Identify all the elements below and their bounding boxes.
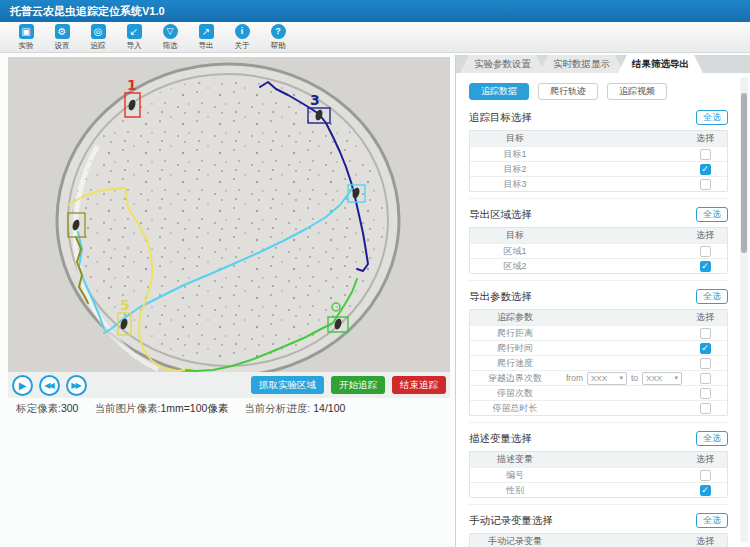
select-column-header: 选择 bbox=[683, 311, 727, 324]
boundary-range-controls: fromXXX▾toXXX▾ bbox=[562, 372, 682, 385]
fast-forward-icon: ▶▶ bbox=[71, 381, 79, 390]
export-sections: 追踪目标选择全选目标选择目标1目标2✓目标3导出区域选择全选目标选择区域1区域2… bbox=[469, 110, 728, 547]
tab-realtime-data[interactable]: 实时数据显示 bbox=[539, 55, 624, 73]
select-column-header: 选择 bbox=[683, 535, 727, 547]
target-number-label: 5 bbox=[120, 297, 130, 313]
row-checkbox[interactable] bbox=[700, 373, 711, 384]
to-label: to bbox=[631, 373, 638, 383]
playback-controls-bar: ▶◀◀▶▶ 抓取实验区域开始追踪结束追踪 bbox=[8, 372, 450, 398]
selection-table: 目标选择目标1目标2✓目标3 bbox=[469, 130, 728, 192]
selection-table: 描述变量选择编号性别✓ bbox=[469, 451, 728, 498]
section-title: 导出区域选择 bbox=[469, 208, 532, 222]
select-all-button[interactable]: 全选 bbox=[696, 431, 728, 446]
panel-scrollbar[interactable] bbox=[740, 77, 748, 543]
row-label: 目标3 bbox=[470, 178, 560, 191]
select-all-button[interactable]: 全选 bbox=[696, 207, 728, 222]
section-area-select: 导出区域选择全选目标选择区域1区域2✓ bbox=[469, 198, 728, 274]
chevron-down-icon: ▾ bbox=[619, 374, 623, 382]
filter-icon: ▽ bbox=[163, 24, 178, 39]
from-select[interactable]: XXX▾ bbox=[587, 372, 627, 385]
row-label: 目标2 bbox=[470, 163, 560, 176]
row-checkbox[interactable]: ✓ bbox=[700, 343, 711, 354]
panel-tab-bar: 实验参数设置实时数据显示结果筛选导出 bbox=[456, 55, 750, 73]
table-row: 爬行速度 bbox=[470, 355, 727, 370]
petri-dish-view: 135 bbox=[8, 57, 450, 372]
row-checkbox[interactable] bbox=[700, 358, 711, 369]
select-all-button[interactable]: 全选 bbox=[696, 110, 728, 125]
from-select-value: XXX bbox=[591, 374, 607, 383]
status-bar: 标定像素:300当前图片像素:1mm=100像素当前分析进度: 14/100 bbox=[8, 399, 450, 419]
target-number-label: 1 bbox=[127, 77, 137, 93]
table-row: 目标1 bbox=[470, 146, 727, 161]
scrollbar-thumb[interactable] bbox=[741, 93, 747, 253]
section-param-select: 导出参数选择全选追踪参数选择爬行距离爬行时间✓爬行速度穿越边界次数fromXXX… bbox=[469, 280, 728, 416]
tab-experiment-params[interactable]: 实验参数设置 bbox=[460, 55, 545, 73]
column-header: 目标 bbox=[470, 229, 560, 242]
select-all-button[interactable]: 全选 bbox=[696, 289, 728, 304]
from-label: from bbox=[566, 373, 583, 383]
toolbar-item-label: 筛选 bbox=[162, 40, 177, 50]
row-checkbox[interactable] bbox=[700, 246, 711, 257]
rewind-button[interactable]: ◀◀ bbox=[39, 375, 60, 396]
toolbar-item-about[interactable]: i关于 bbox=[224, 24, 260, 51]
camera-icon: ◎ bbox=[91, 24, 106, 39]
table-row: 编号 bbox=[470, 467, 727, 482]
view-button-tracking-video[interactable]: 追踪视频 bbox=[607, 83, 667, 100]
status-label: 标定像素: bbox=[16, 402, 61, 414]
toolbar-item-settings[interactable]: ⚙设置 bbox=[44, 24, 80, 51]
selection-table: 追踪参数选择爬行距离爬行时间✓爬行速度穿越边界次数fromXXX▾toXXX▾停… bbox=[469, 309, 728, 416]
table-row: 穿越边界次数fromXXX▾toXXX▾ bbox=[470, 370, 727, 385]
section-title: 描述变量选择 bbox=[469, 432, 532, 446]
import-icon: ↙ bbox=[127, 24, 142, 39]
row-checkbox[interactable] bbox=[700, 149, 711, 160]
view-button-crawl-track[interactable]: 爬行轨迹 bbox=[538, 83, 598, 100]
table-row: 区域1 bbox=[470, 243, 727, 258]
help-icon: ? bbox=[271, 24, 286, 39]
row-label: 区域2 bbox=[470, 260, 560, 273]
row-checkbox[interactable]: ✓ bbox=[700, 261, 711, 272]
table-row: 目标3 bbox=[470, 176, 727, 191]
row-checkbox[interactable] bbox=[700, 470, 711, 481]
table-header-row: 手动记录变量选择 bbox=[470, 534, 727, 547]
status-value: 300 bbox=[61, 402, 79, 414]
target-number-label: 3 bbox=[310, 92, 320, 108]
tab-result-export[interactable]: 结果筛选导出 bbox=[618, 55, 703, 73]
toolbar-item-tracking[interactable]: ◎追踪 bbox=[80, 24, 116, 51]
section-manual-select: 手动记录变量选择全选手动记录变量选择蚂蚁产卵XXX✓ bbox=[469, 504, 728, 547]
grab-area-button[interactable]: 抓取实验区域 bbox=[251, 376, 324, 394]
toolbar-item-import[interactable]: ↙导入 bbox=[116, 24, 152, 51]
toolbar-item-help[interactable]: ?帮助 bbox=[260, 24, 296, 51]
row-checkbox[interactable]: ✓ bbox=[700, 164, 711, 175]
table-header-row: 目标选择 bbox=[470, 131, 727, 146]
toolbar-item-filter[interactable]: ▽筛选 bbox=[152, 24, 188, 51]
table-row: 区域2✓ bbox=[470, 258, 727, 273]
row-checkbox[interactable] bbox=[700, 388, 711, 399]
row-checkbox[interactable] bbox=[700, 179, 711, 190]
view-button-tracking-data[interactable]: 追踪数据 bbox=[469, 83, 529, 100]
to-select[interactable]: XXX▾ bbox=[642, 372, 682, 385]
status-item: 当前分析进度: 14/100 bbox=[244, 402, 345, 416]
panel-body: 追踪数据爬行轨迹追踪视频 追踪目标选择全选目标选择目标1目标2✓目标3导出区域选… bbox=[456, 73, 750, 547]
select-column-header: 选择 bbox=[683, 453, 727, 466]
column-header: 追踪参数 bbox=[470, 311, 560, 324]
row-checkbox[interactable] bbox=[700, 328, 711, 339]
tracking-image-canvas[interactable]: 135 bbox=[8, 57, 450, 372]
table-header-row: 目标选择 bbox=[470, 228, 727, 243]
table-row: 性别✓ bbox=[470, 482, 727, 497]
toolbar-item-label: 追踪 bbox=[90, 40, 105, 50]
stop-tracking-button[interactable]: 结束追踪 bbox=[392, 376, 446, 394]
play-button[interactable]: ▶ bbox=[12, 375, 33, 396]
toolbar-item-label: 关于 bbox=[234, 40, 249, 50]
toolbar-item-experiment[interactable]: ▣实验 bbox=[8, 24, 44, 51]
playback-buttons: ▶◀◀▶▶ bbox=[12, 375, 93, 396]
toolbar-item-export[interactable]: ↗导出 bbox=[188, 24, 224, 51]
toolbar-item-label: 帮助 bbox=[270, 40, 285, 50]
row-checkbox[interactable]: ✓ bbox=[700, 485, 711, 496]
row-checkbox[interactable] bbox=[700, 403, 711, 414]
row-label: 停留总时长 bbox=[470, 402, 560, 415]
section-header: 描述变量选择全选 bbox=[469, 431, 728, 446]
section-header: 手动记录变量选择全选 bbox=[469, 513, 728, 528]
select-all-button[interactable]: 全选 bbox=[696, 513, 728, 528]
fast-forward-button[interactable]: ▶▶ bbox=[66, 375, 87, 396]
start-tracking-button[interactable]: 开始追踪 bbox=[331, 376, 385, 394]
